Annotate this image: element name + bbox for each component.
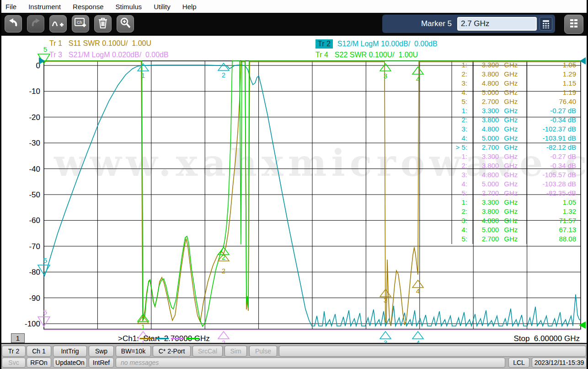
marker-table-frequency: 3.300 GHz (474, 152, 526, 160)
sidebar-menu-button[interactable] (564, 15, 583, 34)
marker-table-row: 3:4.800 GHz1.15 (0, 79, 588, 88)
marker-table-value: 1.32 (526, 207, 576, 215)
marker-table-value: -82.12 dB (526, 143, 576, 151)
add-channel-icon: Ch (74, 17, 87, 31)
marker-number-label: 3 (384, 296, 387, 304)
marker-table-value: 1.05 (526, 198, 576, 206)
marker-table-row: 5:2.700 GHz88.08 (0, 235, 588, 244)
channel-badge[interactable]: 1 (11, 333, 25, 343)
marker-table-frequency: 3.300 GHz (474, 198, 526, 206)
marker-triangle[interactable] (412, 280, 423, 288)
menu-item-response[interactable]: Response (67, 3, 110, 11)
marker-table-value: -0.34 dB (526, 162, 576, 169)
marker-triangle[interactable] (218, 331, 229, 339)
menu-item-utility[interactable]: Utility (148, 3, 176, 11)
undo-button[interactable] (5, 15, 22, 33)
marker-table-frequency: 2.700 GHz (474, 143, 526, 151)
marker-table-row: 2:3.800 GHz-0.34 dB (0, 162, 588, 171)
marker-table-row: 3:4.800 GHz-105.57 dB (0, 171, 588, 180)
marker-table-frequency: 3.300 GHz (474, 61, 526, 69)
softkey-bar: Tr 2Ch 1IntTrigSwpBW=10kC* 2-PortSrcCalS… (0, 344, 588, 369)
window-border-left (0, 0, 1, 369)
menu-item-stimulus[interactable]: Stimulus (110, 3, 148, 11)
marker-table-row: 3:4.800 GHz-102.37 dB (0, 125, 588, 134)
redo-icon (30, 17, 42, 31)
marker-table-frequency: 4.800 GHz (474, 125, 526, 133)
vna-application-window: FileInstrumentResponseStimulusUtilityHel… (0, 0, 588, 369)
marker-number-label: 3 (384, 339, 387, 343)
softkey-swp[interactable]: Swp (89, 346, 114, 357)
trace-label-tr2[interactable]: Tr 2S12/M LogM 10.00dB/ 0.00dB (315, 39, 438, 49)
softkey-intref[interactable]: IntRef (89, 358, 114, 368)
menu-item-help[interactable]: Help (176, 3, 203, 11)
trace-label-tr3[interactable]: Tr 3S21/M LogM 0.020dB/ 0.00dB (49, 51, 169, 59)
softkey-tr-2[interactable]: Tr 2 (2, 346, 26, 357)
add-channel-button[interactable]: Ch (72, 15, 89, 33)
marker-table-number: 5: (439, 98, 467, 105)
delete-icon (97, 17, 108, 31)
reference-level-arrow[interactable] (579, 321, 586, 329)
marker-table-frequency: 2.700 GHz (474, 235, 526, 243)
redo-button (27, 15, 44, 33)
marker-number-label: 5 (43, 256, 47, 264)
softkey-inttrig[interactable]: IntTrig (53, 346, 87, 357)
marker-table-value: 1.29 (526, 70, 576, 78)
marker-table-value: -102.37 dB (526, 125, 576, 133)
softkey-ch-1[interactable]: Ch 1 (27, 346, 51, 357)
marker-table-number: 4: (439, 226, 467, 233)
marker-table-number: 4: (439, 88, 467, 96)
marker-table-row: 4:5.000 GHz1.19 (0, 88, 588, 98)
marker-number-label: 5 (43, 308, 47, 316)
marker-table-number: 4: (439, 180, 467, 188)
trace-format-label: S22 SWR 0.100U/ 1.00U (335, 51, 418, 59)
marker-triangle[interactable] (412, 331, 423, 339)
trace-label-tr4[interactable]: Tr 4S22 SWR 0.100U/ 1.00U (315, 51, 418, 59)
marker-table-number: 2: (439, 207, 467, 215)
trace-format-label: S12/M LogM 10.00dB/ 0.00dB (337, 40, 438, 48)
add-trace-button[interactable] (49, 15, 67, 33)
marker-table-number: 3: (439, 171, 467, 179)
marker-number-label: 4 (416, 287, 420, 295)
marker-table-number: 5: (439, 235, 467, 243)
marker-table-frequency: 2.700 GHz (474, 98, 526, 105)
marker-table-number: 4: (439, 134, 467, 142)
icon-toolbar: Ch Marker 5 (0, 13, 588, 35)
trace-label-tr1[interactable]: Tr 1S11 SWR 0.100U/ 1.00U (49, 39, 151, 48)
menu-item-file[interactable]: File (4, 3, 22, 11)
marker-table-row: 5:2.700 GHz76.40 (0, 98, 588, 107)
softkey-bw-10k[interactable]: BW=10k (116, 346, 151, 357)
trace-format-label: S21/M LogM 0.020dB/ 0.00dB (69, 51, 169, 59)
marker-table-value: -105.57 dB (526, 171, 576, 179)
marker-table-row: 1:3.300 GHz1.05 (0, 61, 588, 70)
softkey-updateon[interactable]: UpdateOn (53, 358, 87, 368)
menu-item-instrument[interactable]: Instrument (22, 3, 67, 11)
marker-table-frequency: 4.800 GHz (474, 217, 526, 224)
softkey-2023-12-11-15-39[interactable]: 2023/12/11-15:39 (532, 358, 587, 368)
marker-number-label: 4 (416, 339, 420, 343)
marker-table-row: 3:4.800 GHz71.57 (0, 217, 588, 226)
delete-button[interactable] (94, 15, 112, 33)
undo-icon (7, 17, 19, 31)
softkey-c-2-port[interactable]: C* 2-Port (153, 346, 191, 357)
marker-table-value: 1.05 (526, 61, 576, 69)
marker-table-frequency: 4.800 GHz (474, 171, 526, 179)
keypad-button[interactable] (540, 17, 552, 31)
marker-entry-label: Marker 5 (421, 19, 452, 28)
marker-table-row: 1:3.300 GHz-0.27 dB (0, 107, 588, 116)
marker-value-input[interactable] (457, 17, 537, 31)
marker-table-number: 2: (439, 116, 467, 124)
marker-table-value: 88.08 (526, 235, 576, 243)
marker-triangle[interactable] (380, 331, 391, 339)
softkey-lcl[interactable]: LCL (508, 358, 529, 368)
marker-table-frequency: 2.700 GHz (474, 189, 526, 197)
marker-entry-panel: Marker 5 (382, 15, 555, 33)
legend-dash-tr1 (140, 338, 153, 339)
add-trace-icon (52, 17, 64, 31)
marker-table-row: 4:5.000 GHz-103.28 dB (0, 180, 588, 189)
marker-table-row: 5:2.700 GHz-82.35 dB (0, 189, 588, 198)
marker-table-number: 2: (439, 162, 467, 169)
trace-id: Tr 1 (49, 39, 62, 48)
zoom-button[interactable] (117, 15, 134, 33)
marker-table-frequency: 5.000 GHz (474, 134, 526, 142)
softkey-rfon[interactable]: RFOn (27, 358, 51, 368)
